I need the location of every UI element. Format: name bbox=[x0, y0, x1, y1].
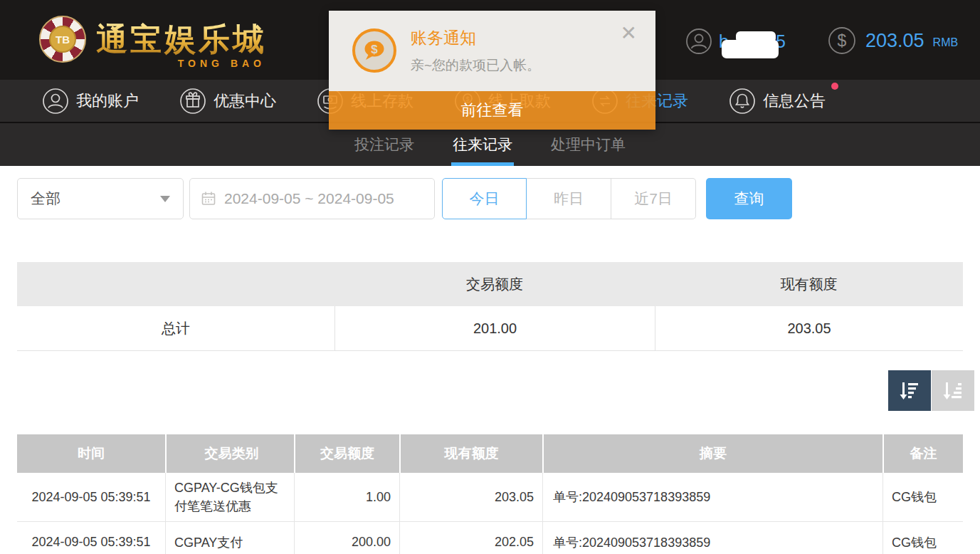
account-icon bbox=[41, 87, 70, 115]
summary-table: 交易额度 现有额度 总计 201.00 203.05 bbox=[17, 262, 963, 351]
go-view-button[interactable]: 前往查看 bbox=[329, 91, 655, 130]
summary-header-blank bbox=[17, 262, 334, 306]
header-amount: 交易额度 bbox=[294, 434, 399, 473]
chevron-down-icon bbox=[160, 196, 170, 202]
cell-balance: 202.05 bbox=[399, 522, 542, 554]
header-type: 交易类别 bbox=[165, 434, 294, 473]
gift-icon bbox=[179, 87, 207, 115]
summary-header-current-balance: 现有额度 bbox=[655, 262, 963, 306]
date-range-input[interactable]: 2024-09-05 ~ 2024-09-05 bbox=[189, 178, 435, 219]
user-account[interactable]: b 5 bbox=[685, 27, 786, 56]
screen: TB 通宝娱乐城 TONG BAO b 5 bbox=[0, 0, 980, 554]
cell-amount: 200.00 bbox=[294, 522, 399, 554]
summary-table-header: 交易额度 现有额度 bbox=[17, 262, 963, 306]
nav-item-promotions[interactable]: 优惠中心 bbox=[179, 87, 276, 115]
records-table: 时间 交易类别 交易额度 现有额度 摘要 备注 2024-09-05 05:39… bbox=[17, 434, 963, 554]
summary-total-label: 总计 bbox=[17, 306, 334, 350]
svg-text:$: $ bbox=[371, 43, 378, 56]
nav-item-my-account[interactable]: 我的账户 bbox=[41, 87, 139, 115]
type-select[interactable]: 全部 bbox=[17, 178, 184, 219]
summary-total-row: 总计 201.00 203.05 bbox=[17, 306, 963, 351]
notification-modal: $ 账务通知 亲~您的款项已入帐。 ✕ 前往查看 bbox=[329, 11, 655, 130]
cell-type: CGPAY-CG钱包支付笔笔送优惠 bbox=[165, 473, 294, 521]
summary-total-transaction-amount: 201.00 bbox=[334, 306, 655, 350]
nav-item-announcements[interactable]: 信息公告 bbox=[728, 87, 826, 115]
cell-time: 2024-09-05 05:39:51 bbox=[17, 522, 165, 554]
header-note: 备注 bbox=[882, 434, 963, 473]
logo-chip-icon: TB bbox=[39, 16, 86, 63]
table-row: 2024-09-05 05:39:51 CGPAY支付 200.00 202.0… bbox=[17, 522, 963, 554]
redaction-overlay bbox=[722, 40, 779, 58]
notification-message: 亲~您的款项已入帐。 bbox=[411, 56, 540, 75]
balance[interactable]: $ 203.05 RMB bbox=[827, 26, 958, 56]
filter-row: 全部 2024-09-05 ~ 2024-09-05 今日 昨日 近7日 查询 bbox=[17, 178, 792, 219]
close-icon[interactable]: ✕ bbox=[621, 23, 637, 43]
tab-transaction-records[interactable]: 往来记录 bbox=[451, 123, 514, 166]
nav-label: 我的账户 bbox=[76, 90, 139, 112]
header-summary: 摘要 bbox=[542, 434, 882, 473]
dollar-circle-icon: $ bbox=[827, 26, 857, 56]
header-balance: 现有额度 bbox=[399, 434, 542, 473]
notification-texts: 账务通知 亲~您的款项已入帐。 bbox=[411, 27, 540, 75]
summary-total-current-balance: 203.05 bbox=[655, 306, 963, 350]
type-select-value: 全部 bbox=[31, 189, 60, 209]
table-row: 2024-09-05 05:39:51 CGPAY-CG钱包支付笔笔送优惠 1.… bbox=[17, 473, 963, 522]
logo-subtitle: TONG BAO bbox=[178, 58, 265, 69]
header-time: 时间 bbox=[17, 434, 165, 473]
user-icon bbox=[685, 27, 713, 56]
cell-time: 2024-09-05 05:39:51 bbox=[17, 473, 165, 521]
quick-date-group: 今日 昨日 近7日 bbox=[442, 178, 696, 219]
quick-btn-last7days[interactable]: 近7日 bbox=[611, 178, 696, 219]
bell-icon bbox=[728, 87, 757, 115]
sort-buttons bbox=[888, 370, 974, 411]
date-range-value: 2024-09-05 ~ 2024-09-05 bbox=[224, 190, 394, 207]
cell-type: CGPAY支付 bbox=[165, 522, 294, 554]
cell-note: CG钱包 bbox=[882, 473, 963, 521]
sort-descending-button[interactable] bbox=[888, 370, 931, 411]
logo-chip-text: TB bbox=[49, 26, 76, 53]
calendar-icon bbox=[200, 190, 217, 207]
nav-label: 优惠中心 bbox=[214, 90, 276, 112]
quick-btn-yesterday[interactable]: 昨日 bbox=[527, 178, 611, 219]
records-table-header: 时间 交易类别 交易额度 现有额度 摘要 备注 bbox=[17, 434, 963, 473]
balance-amount: 203.05 bbox=[865, 30, 924, 52]
cell-balance: 203.05 bbox=[399, 473, 542, 521]
summary-header-transaction-amount: 交易额度 bbox=[334, 262, 655, 306]
quick-btn-today[interactable]: 今日 bbox=[442, 178, 527, 219]
site-logo[interactable]: TB 通宝娱乐城 TONG BAO bbox=[39, 16, 267, 63]
tab-processing-orders[interactable]: 处理中订单 bbox=[549, 123, 627, 166]
cell-summary: 单号:202409053718393859 bbox=[542, 473, 882, 521]
notification-title: 账务通知 bbox=[411, 27, 540, 49]
balance-currency: RMB bbox=[933, 36, 959, 49]
cell-amount: 1.00 bbox=[294, 473, 399, 521]
cell-summary: 单号:202409053718393859 bbox=[542, 522, 882, 554]
record-tabs: 投注记录 往来记录 处理中订单 bbox=[0, 123, 980, 166]
cell-note: CG钱包 bbox=[882, 522, 963, 554]
logo-title: 通宝娱乐城 bbox=[96, 19, 267, 61]
sort-descending-icon bbox=[897, 379, 922, 403]
tab-betting-records[interactable]: 投注记录 bbox=[353, 123, 416, 166]
sort-ascending-button[interactable] bbox=[932, 370, 974, 411]
notification-dot bbox=[831, 83, 838, 90]
money-chat-bubble-icon: $ bbox=[352, 28, 396, 73]
sort-ascending-icon bbox=[941, 379, 965, 403]
logo-text: 通宝娱乐城 TONG BAO bbox=[96, 19, 267, 61]
username-masked: b 5 bbox=[719, 31, 786, 52]
nav-label: 信息公告 bbox=[763, 90, 826, 112]
svg-text:$: $ bbox=[838, 31, 847, 50]
notification-modal-header: $ 账务通知 亲~您的款项已入帐。 ✕ bbox=[329, 11, 655, 91]
search-button[interactable]: 查询 bbox=[706, 178, 792, 219]
